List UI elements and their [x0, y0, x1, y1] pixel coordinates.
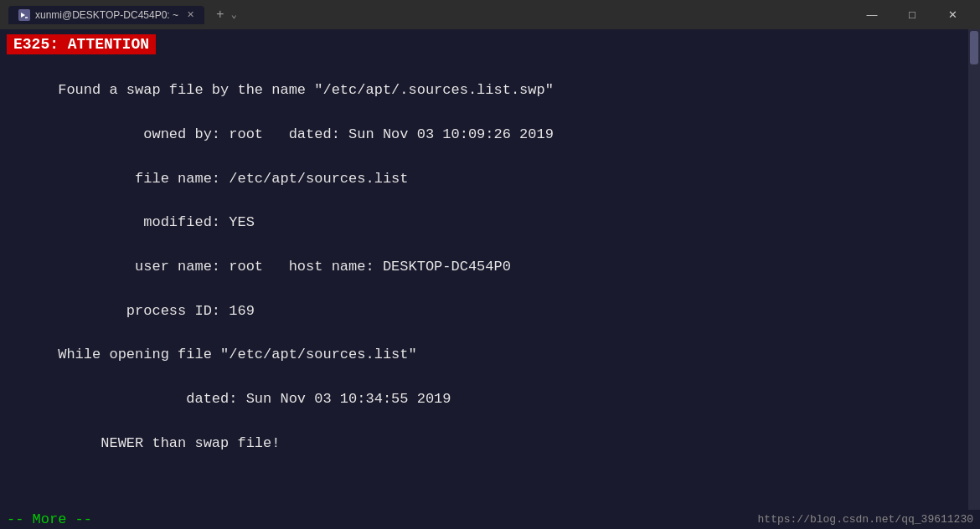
- new-tab-button[interactable]: +: [216, 8, 224, 23]
- close-button[interactable]: ✕: [933, 0, 972, 29]
- line2: owned by: root dated: Sun Nov 03 10:09:2…: [58, 126, 554, 142]
- line1: Found a swap file by the name "/etc/apt/…: [58, 82, 554, 98]
- line6: process ID: 169: [58, 303, 255, 319]
- terminal-body: E325: ATTENTION Found a swap file by the…: [0, 29, 980, 510]
- line4: modified: YES: [58, 214, 255, 230]
- active-tab[interactable]: xunmi@DESKTOP-DC454P0: ~ ✕: [8, 6, 204, 24]
- attention-line: E325: ATTENTION: [7, 34, 973, 54]
- tab-dropdown-button[interactable]: ⌄: [231, 8, 237, 21]
- scrollbar[interactable]: [968, 29, 980, 510]
- minimize-button[interactable]: —: [853, 0, 891, 29]
- attention-badge: E325: ATTENTION: [7, 34, 156, 54]
- scrollbar-thumb[interactable]: [970, 31, 978, 64]
- url-text: https://blog.csdn.net/qq_39611230: [758, 513, 973, 526]
- titlebar-left: xunmi@DESKTOP-DC454P0: ~ ✕ + ⌄: [8, 6, 853, 24]
- line8: dated: Sun Nov 03 10:34:55 2019: [58, 391, 451, 407]
- bottom-bar: -- More -- https://blog.csdn.net/qq_3961…: [0, 510, 980, 529]
- line3: file name: /etc/apt/sources.list: [58, 171, 408, 187]
- line5: user name: root host name: DESKTOP-DC454…: [58, 259, 511, 275]
- window: xunmi@DESKTOP-DC454P0: ~ ✕ + ⌄ — □ ✕ E32…: [0, 0, 980, 529]
- svg-marker-0: [21, 13, 25, 18]
- maximize-button[interactable]: □: [893, 0, 931, 29]
- terminal-output: Found a swap file by the name "/etc/apt/…: [7, 58, 973, 510]
- tab-close-button[interactable]: ✕: [187, 9, 194, 20]
- more-indicator: -- More --: [7, 511, 92, 527]
- titlebar: xunmi@DESKTOP-DC454P0: ~ ✕ + ⌄ — □ ✕: [0, 0, 980, 29]
- window-controls: — □ ✕: [853, 0, 972, 29]
- tab-label: xunmi@DESKTOP-DC454P0: ~: [35, 9, 178, 21]
- terminal-icon: [18, 9, 30, 21]
- line9: NEWER than swap file!: [58, 435, 280, 451]
- line7: While opening file "/etc/apt/sources.lis…: [58, 347, 416, 362]
